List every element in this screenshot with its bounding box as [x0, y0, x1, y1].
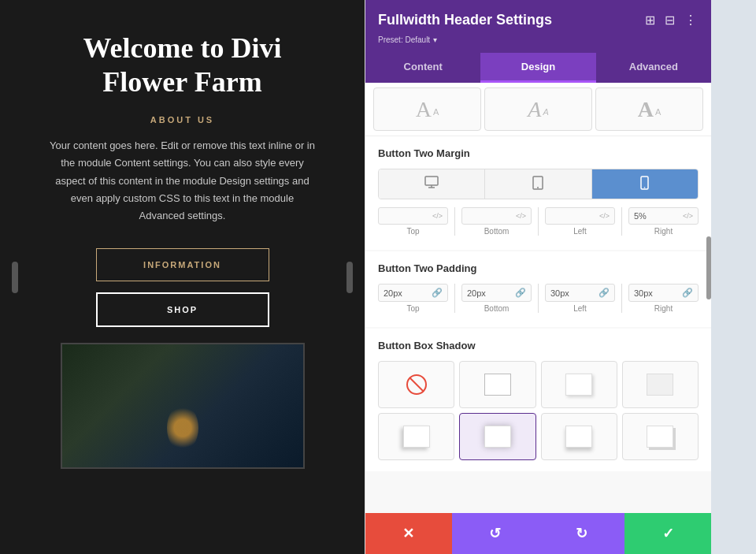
resize-handle-left[interactable]	[12, 262, 18, 293]
shadow-corner-box	[647, 426, 673, 448]
margin-bottom-input-wrap[interactable]: </>	[461, 207, 532, 225]
font-strip: AA AA AA	[365, 83, 711, 136]
padding-left-input-wrap[interactable]: 🔗	[545, 284, 615, 302]
device-tab-tablet[interactable]	[485, 169, 591, 199]
padding-bottom-input-wrap[interactable]: 🔗	[461, 284, 532, 302]
button-box-shadow-section: Button Box Shadow	[365, 329, 711, 471]
padding-left-link-icon: 🔗	[598, 288, 610, 298]
preview-panel: Welcome to Divi Flower Farm ABOUT US You…	[0, 0, 365, 554]
padding-bottom-link-icon: 🔗	[515, 288, 526, 298]
margin-left-input-wrap[interactable]: </>	[545, 207, 615, 225]
padding-left-input[interactable]	[550, 288, 595, 298]
margin-top-label: Top	[406, 227, 419, 236]
shadow-flat-box	[484, 374, 511, 396]
settings-tabs: Content Design Advanced	[365, 53, 711, 83]
margin-divider3	[621, 207, 622, 236]
padding-left-field: 🔗 Left	[545, 284, 615, 313]
padding-divider3	[621, 284, 622, 313]
padding-right-label: Right	[654, 304, 673, 313]
font-option-normal[interactable]: AA	[373, 87, 481, 131]
button-two-padding-section: Button Two Padding 🔗 Top 🔗 Bottom	[365, 251, 711, 327]
shadow-option-corner[interactable]	[622, 413, 699, 460]
shadow-option-none[interactable]	[378, 361, 454, 408]
padding-bottom-input[interactable]	[467, 288, 512, 298]
padding-top-label: Top	[406, 304, 419, 313]
button-two-margin-section: Button Two Margin	[365, 136, 711, 250]
expand-icon[interactable]: ⊞	[643, 11, 657, 29]
settings-header: Fullwidth Header Settings ⊞ ⊟ ⋮ Preset: …	[365, 0, 711, 53]
padding-left-label: Left	[573, 304, 587, 313]
margin-right-link-icon: </>	[683, 212, 693, 220]
cancel-button[interactable]: ✕	[365, 513, 452, 554]
shadow-grid	[378, 361, 699, 460]
resize-handle-right[interactable]	[346, 262, 353, 293]
settings-body[interactable]: AA AA AA Button Two Margin	[365, 83, 711, 513]
preview-content: Welcome to Divi Flower Farm ABOUT US You…	[0, 0, 365, 554]
font-option-italic[interactable]: AA	[484, 87, 592, 131]
margin-inputs-row: </> Top </> Bottom </>	[378, 207, 699, 236]
redo-button[interactable]: ↻	[539, 513, 625, 554]
shadow-option-all[interactable]	[459, 413, 536, 460]
settings-panel: Fullwidth Header Settings ⊞ ⊟ ⋮ Preset: …	[365, 0, 711, 554]
margin-left-label: Left	[573, 227, 587, 236]
padding-right-link-icon: 🔗	[682, 288, 693, 298]
margin-left-input[interactable]	[550, 211, 596, 221]
shadow-bottomleft-box	[403, 426, 430, 448]
margin-top-link-icon: </>	[432, 212, 443, 220]
svg-line-8	[410, 377, 424, 392]
undo-button[interactable]: ↺	[452, 513, 539, 554]
shadow-bottom-box	[565, 426, 592, 448]
margin-right-input[interactable]	[634, 211, 680, 221]
shadow-all-box	[484, 426, 511, 448]
padding-inputs-row: 🔗 Top 🔗 Bottom 🔗	[378, 284, 699, 313]
more-icon[interactable]: ⋮	[683, 11, 699, 29]
preview-title: Welcome to Divi Flower Farm	[83, 32, 282, 99]
preview-subtitle: ABOUT US	[150, 115, 214, 125]
margin-right-input-wrap[interactable]: </>	[628, 207, 699, 225]
tab-content[interactable]: Content	[365, 53, 480, 83]
margin-bottom-link-icon: </>	[516, 212, 526, 220]
scroll-handle[interactable]	[706, 236, 711, 299]
margin-bottom-field: </> Bottom	[461, 207, 532, 236]
padding-top-input[interactable]	[384, 288, 428, 298]
settings-title: Fullwidth Header Settings	[378, 12, 552, 28]
device-tabs-margin	[378, 169, 699, 199]
header-icons: ⊞ ⊟ ⋮	[643, 11, 699, 29]
margin-left-link-icon: </>	[599, 212, 610, 220]
shadow-option-bottom[interactable]	[541, 413, 617, 460]
shadow-option-flat[interactable]	[459, 361, 536, 408]
margin-top-input[interactable]	[384, 211, 429, 221]
preview-body-text: Your content goes here. Edit or remove t…	[47, 137, 317, 224]
shadow-raised-box	[647, 374, 673, 396]
svg-point-6	[644, 187, 646, 188]
svg-point-4	[537, 187, 539, 188]
preset-label[interactable]: Preset: Default ▾	[378, 34, 699, 45]
device-tab-mobile[interactable]	[592, 169, 698, 199]
information-button[interactable]: INFORMATION	[96, 248, 269, 281]
button-two-padding-title: Button Two Padding	[378, 262, 699, 274]
margin-top-input-wrap[interactable]: </>	[378, 207, 448, 225]
shadow-option-raised[interactable]	[622, 361, 699, 408]
padding-right-input[interactable]	[634, 288, 679, 298]
save-button[interactable]: ✓	[624, 513, 711, 554]
columns-icon[interactable]: ⊟	[663, 11, 676, 29]
padding-top-link-icon: 🔗	[432, 288, 443, 298]
padding-bottom-field: 🔗 Bottom	[461, 284, 532, 313]
padding-top-input-wrap[interactable]: 🔗	[378, 284, 448, 302]
margin-right-label: Right	[654, 227, 673, 236]
padding-divider2	[538, 284, 539, 313]
shadow-option-lifted[interactable]	[541, 361, 617, 408]
shadow-option-bottom-left[interactable]	[378, 413, 454, 460]
preview-image	[61, 343, 305, 469]
device-tab-desktop[interactable]	[379, 169, 485, 199]
font-option-bold[interactable]: AA	[595, 87, 703, 131]
button-box-shadow-title: Button Box Shadow	[378, 340, 699, 351]
shop-button[interactable]: SHOP	[96, 292, 269, 327]
tab-design[interactable]: Design	[480, 53, 595, 83]
tab-advanced[interactable]: Advanced	[596, 53, 711, 83]
margin-bottom-input[interactable]	[467, 211, 513, 221]
margin-left-field: </> Left	[545, 207, 615, 236]
margin-bottom-label: Bottom	[484, 227, 510, 236]
margin-divider	[454, 207, 455, 236]
padding-right-input-wrap[interactable]: 🔗	[628, 284, 699, 302]
